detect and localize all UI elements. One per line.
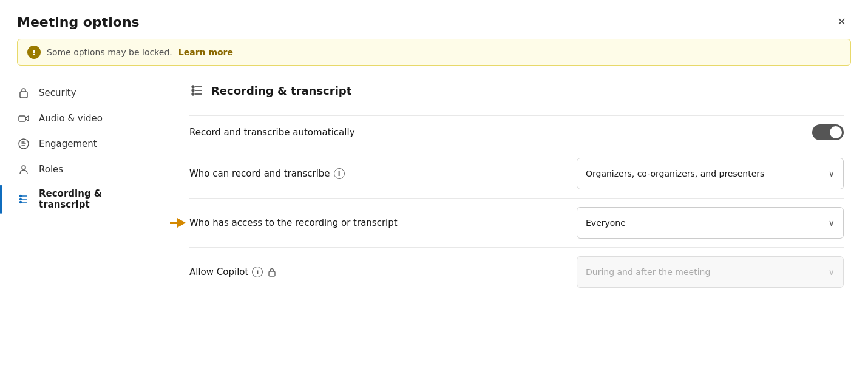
arrow-head (177, 218, 186, 228)
lock-icon (266, 267, 277, 277)
option-row-who-can-record: Who can record and transcribe i Organize… (189, 149, 844, 198)
audio-video-icon (17, 112, 30, 125)
who-has-access-value: Everyone (586, 217, 626, 228)
learn-more-link[interactable]: Learn more (178, 47, 233, 57)
svg-rect-1 (19, 116, 25, 121)
section-header: Recording & transcript (189, 83, 844, 98)
main-content: Security Audio & video (0, 75, 868, 377)
sidebar-item-roles[interactable]: Roles (0, 157, 170, 182)
svg-point-14 (192, 93, 194, 95)
sidebar-item-label-audio-video: Audio & video (39, 113, 103, 124)
option-row-auto-record: Record and transcribe automatically (189, 115, 844, 149)
toggle-knob (830, 126, 842, 138)
dialog-title: Meeting options (17, 15, 140, 30)
svg-rect-16 (269, 271, 275, 276)
who-can-record-value: Organizers, co-organizers, and presenter… (586, 168, 764, 179)
svg-point-3 (22, 166, 25, 169)
section-title: Recording & transcript (211, 84, 351, 97)
auto-record-toggle[interactable] (812, 124, 844, 140)
who-can-record-label: Who can record and transcribe i (189, 168, 345, 179)
allow-copilot-info-icon[interactable]: i (252, 267, 263, 277)
sidebar-item-audio-video[interactable]: Audio & video (0, 106, 170, 131)
option-row-allow-copilot: Allow Copilot i During and after the mee… (189, 247, 844, 296)
sidebar-item-recording-transcript[interactable]: Recording & transcript (0, 182, 170, 216)
svg-point-12 (192, 89, 194, 92)
who-has-access-chevron: ∨ (829, 218, 835, 228)
engagement-icon (17, 137, 30, 151)
option-row-who-has-access: Who has access to the recording or trans… (189, 198, 844, 247)
who-can-record-chevron: ∨ (829, 169, 835, 178)
svg-point-8 (20, 202, 22, 203)
svg-point-10 (192, 86, 194, 88)
security-icon (17, 86, 30, 100)
allow-copilot-chevron: ∨ (829, 267, 835, 277)
recording-transcript-icon (17, 192, 30, 206)
warning-banner: ! Some options may be locked. Learn more (17, 39, 851, 66)
svg-rect-0 (20, 92, 27, 98)
close-button[interactable]: ✕ (832, 12, 851, 32)
sidebar-item-security[interactable]: Security (0, 80, 170, 106)
meeting-options-dialog: Meeting options ✕ ! Some options may be … (0, 0, 868, 377)
allow-copilot-value: During and after the meeting (586, 267, 710, 277)
warning-text: Some options may be locked. (47, 47, 172, 57)
sidebar-item-engagement[interactable]: Engagement (0, 131, 170, 157)
svg-point-4 (20, 195, 22, 197)
sidebar-item-label-roles: Roles (39, 164, 63, 175)
sidebar-item-label-engagement: Engagement (39, 138, 97, 149)
sidebar-item-label-recording: Recording & transcript (39, 188, 153, 210)
who-has-access-label: Who has access to the recording or trans… (189, 217, 398, 228)
allow-copilot-dropdown[interactable]: During and after the meeting ∨ (577, 256, 844, 288)
sidebar-item-label-security: Security (39, 87, 76, 98)
svg-point-6 (20, 199, 22, 200)
arrow-line (170, 222, 177, 224)
content-area: Recording & transcript Record and transc… (170, 75, 868, 377)
allow-copilot-label: Allow Copilot i (189, 267, 277, 277)
roles-icon (17, 163, 30, 176)
arrow-annotation (170, 218, 186, 228)
who-can-record-info-icon[interactable]: i (334, 168, 345, 179)
who-has-access-dropdown[interactable]: Everyone ∨ (577, 207, 844, 239)
warning-icon: ! (27, 46, 41, 59)
dialog-header: Meeting options ✕ (0, 0, 868, 39)
auto-record-label: Record and transcribe automatically (189, 127, 355, 138)
sidebar: Security Audio & video (0, 75, 170, 377)
section-header-icon (189, 83, 205, 98)
who-can-record-dropdown[interactable]: Organizers, co-organizers, and presenter… (577, 158, 844, 189)
